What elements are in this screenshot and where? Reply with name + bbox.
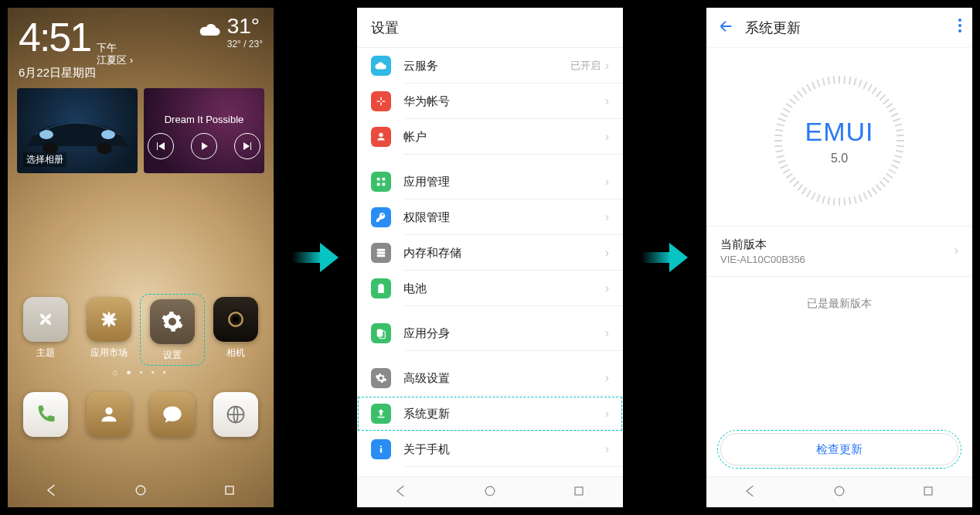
svg-line-91: [889, 108, 896, 112]
settings-row-2[interactable]: 帐户›: [357, 119, 623, 155]
nav-home[interactable]: [482, 483, 498, 502]
svg-line-92: [891, 114, 898, 117]
temp-range: 32° / 23°: [227, 39, 263, 49]
battery-icon: [371, 278, 391, 298]
row-label: 华为帐号: [403, 94, 605, 109]
person-icon: [98, 404, 120, 425]
svg-point-8: [136, 486, 145, 495]
svg-rect-21: [380, 448, 382, 453]
settings-row-3[interactable]: 应用管理›: [357, 164, 623, 200]
svg-line-33: [883, 178, 890, 182]
android-navbar: [357, 476, 623, 507]
nav-back[interactable]: [44, 483, 60, 501]
nav-recent[interactable]: [222, 483, 237, 501]
svg-line-29: [893, 160, 900, 162]
dock-contacts[interactable]: [87, 392, 131, 437]
svg-rect-13: [377, 183, 380, 186]
huawei-icon: [371, 91, 391, 111]
dock-messages[interactable]: [150, 392, 195, 437]
app-label: 相机: [226, 346, 245, 360]
svg-line-51: [798, 185, 802, 191]
svg-point-97: [835, 486, 844, 496]
clock-ampm: 下午: [97, 42, 133, 54]
svg-line-26: [897, 145, 904, 146]
row-label: 高级设置: [403, 371, 605, 386]
svg-line-81: [849, 77, 851, 84]
svg-rect-10: [292, 252, 322, 263]
play-button[interactable]: [191, 133, 217, 159]
settings-row-9[interactable]: 系统更新›: [357, 396, 623, 431]
svg-line-84: [863, 82, 866, 89]
settings-row-8[interactable]: 高级设置›: [357, 360, 623, 396]
chevron-right-icon: ›: [605, 94, 609, 108]
svg-line-50: [802, 188, 807, 194]
chevron-right-icon: ›: [605, 371, 609, 385]
nav-recent[interactable]: [571, 483, 587, 502]
album-widget[interactable]: 选择相册: [17, 88, 138, 173]
grid-icon: [371, 172, 391, 192]
settings-row-6[interactable]: 电池›: [357, 271, 623, 306]
cloud-icon: [196, 23, 223, 40]
svg-rect-17: [377, 254, 386, 257]
dock-phone[interactable]: [23, 392, 68, 437]
nav-back[interactable]: [743, 483, 758, 502]
nav-home[interactable]: [133, 483, 148, 501]
back-button[interactable]: [717, 18, 734, 38]
nav-back[interactable]: [393, 483, 409, 502]
settings-row-7[interactable]: 应用分身›: [357, 315, 623, 351]
app-themes[interactable]: 主题: [16, 297, 75, 363]
svg-line-27: [896, 151, 903, 152]
svg-line-47: [817, 195, 819, 202]
row-meta: 已开启: [570, 59, 601, 73]
nav-home[interactable]: [832, 483, 847, 502]
settings-row-10[interactable]: 关于手机›: [357, 431, 623, 467]
svg-line-62: [774, 135, 782, 136]
chevron-right-icon: ›: [954, 244, 958, 258]
row-label: 关于手机: [403, 442, 605, 457]
settings-list[interactable]: 云服务已开启›华为帐号›帐户›应用管理›权限管理›内存和存储›电池›应用分身›高…: [357, 48, 623, 467]
svg-line-31: [889, 169, 896, 173]
page-dots[interactable]: ⌂ ● • • •: [8, 367, 274, 377]
svg-line-88: [880, 95, 885, 101]
app-settings[interactable]: 设置: [143, 297, 202, 363]
storage-icon: [371, 243, 391, 263]
svg-line-36: [872, 188, 876, 194]
weather-widget[interactable]: 31° 32° / 23°: [196, 14, 263, 49]
app-camera[interactable]: 相机: [206, 297, 265, 363]
flow-arrow: [641, 240, 688, 275]
settings-row-1[interactable]: 华为帐号›: [357, 84, 623, 119]
svg-line-87: [876, 91, 881, 97]
svg-rect-16: [377, 252, 386, 254]
clock-widget[interactable]: 4:51 下午 江夏区 ›: [19, 14, 133, 66]
svg-point-1: [97, 143, 112, 154]
info-icon: [371, 439, 391, 459]
svg-line-78: [834, 76, 835, 84]
menu-button[interactable]: [958, 19, 961, 32]
svg-line-55: [783, 169, 790, 173]
settings-row-4[interactable]: 权限管理›: [357, 200, 623, 235]
nav-recent[interactable]: [920, 483, 936, 502]
next-button[interactable]: [234, 133, 260, 159]
user-icon: [371, 127, 391, 147]
settings-row-5[interactable]: 内存和存储›: [357, 235, 623, 271]
svg-rect-98: [924, 487, 932, 495]
svg-line-44: [834, 198, 835, 206]
svg-line-46: [822, 196, 825, 203]
prev-button[interactable]: [148, 133, 174, 159]
svg-line-30: [891, 165, 898, 168]
current-version-row[interactable]: 当前版本 VIE-AL10C00B356 ›: [706, 226, 972, 277]
chevron-right-icon: ›: [605, 407, 609, 421]
svg-line-69: [790, 99, 796, 104]
latest-message: 已是最新版本: [706, 277, 972, 331]
svg-line-67: [783, 108, 790, 112]
music-widget[interactable]: Dream It Possible: [144, 88, 264, 173]
row-label: 帐户: [403, 130, 605, 145]
settings-row-0[interactable]: 云服务已开启›: [357, 48, 623, 84]
update-title: 系统更新: [745, 19, 801, 37]
svg-line-57: [778, 160, 785, 162]
app-market[interactable]: 应用市场: [80, 297, 138, 363]
chevron-right-icon: ›: [605, 246, 609, 260]
dock-browser[interactable]: [213, 392, 258, 437]
check-update-button[interactable]: 检查更新: [720, 433, 958, 466]
svg-line-56: [781, 165, 788, 168]
